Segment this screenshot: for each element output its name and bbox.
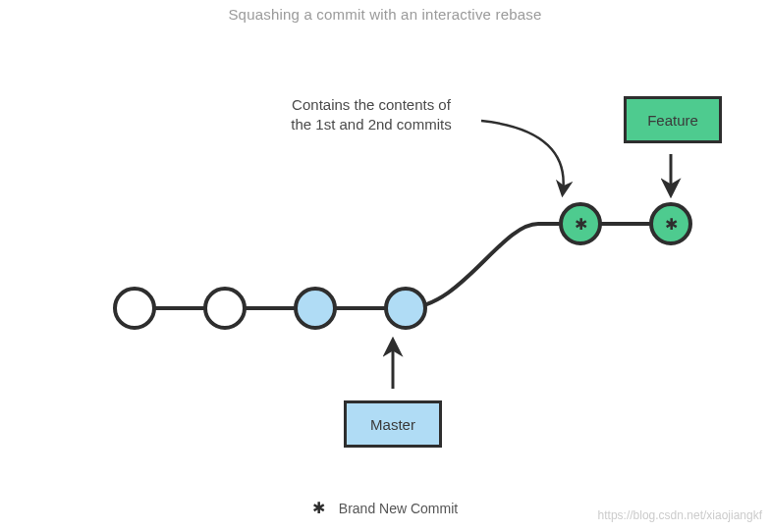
diagram-svg: ✱ ✱ [0, 0, 770, 532]
star-icon: ✱ [575, 216, 587, 233]
annotation-arrow [481, 121, 564, 192]
commit-old-2 [205, 289, 245, 328]
star-icon: ✱ [665, 216, 678, 233]
watermark: https://blog.csdn.net/xiaojiangkf [598, 508, 762, 522]
star-icon: ✱ [312, 501, 325, 516]
legend-label: Brand New Commit [339, 501, 458, 516]
commit-master-1 [296, 289, 335, 328]
commit-master-head [386, 289, 425, 328]
commit-old-1 [115, 289, 154, 328]
